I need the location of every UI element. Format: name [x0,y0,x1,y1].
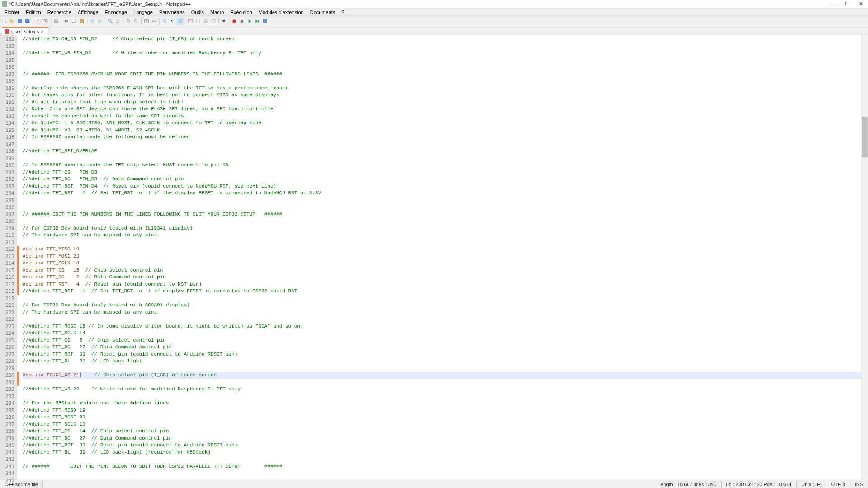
minimize-button[interactable]: — [831,1,836,7]
svg-rect-19 [212,19,215,23]
scrollbar-thumb[interactable] [862,117,868,157]
new-file-icon[interactable] [1,18,8,25]
menu-fichier[interactable]: Fichier [2,9,22,15]
find-icon[interactable]: 🔍 [107,18,114,25]
svg-rect-18 [197,19,199,23]
maximize-button[interactable]: ☐ [844,1,850,7]
redo-icon[interactable] [96,18,104,25]
menu-macro[interactable]: Macro [208,9,227,15]
menu-outils[interactable]: Outils [189,9,207,15]
sync-v-icon[interactable] [143,18,150,25]
svg-rect-9 [72,19,75,22]
svg-rect-10 [80,19,84,23]
save-macro-icon[interactable] [261,18,269,25]
vertical-scrollbar[interactable] [861,35,868,480]
status-encoding: UTF-8 [826,480,850,488]
editor[interactable]: 1821831841851861871881891901911921931941… [0,35,868,480]
svg-rect-17 [189,19,193,23]
svg-rect-1 [18,19,22,23]
undo-icon[interactable] [89,18,96,25]
close-all-icon[interactable] [42,18,49,25]
menu-bar: FichierEditionRechercheAffichageEncodage… [0,8,868,16]
svg-rect-21 [241,20,243,23]
svg-point-20 [232,19,236,23]
svg-rect-13 [145,19,146,23]
tab-close-icon[interactable]: ✕ [41,29,45,34]
play-macro-icon[interactable] [246,18,253,25]
line-number-gutter: 1821831841851861871881891901911921931941… [0,35,17,480]
tab-label: User_Setup.h [11,29,39,34]
title-bar: *C:\Users\User\Documents\Arduino\librari… [0,0,868,8]
wordwrap-icon[interactable] [161,18,168,25]
paste-icon[interactable] [78,18,85,25]
menu-exécution[interactable]: Exécution [227,9,255,15]
menu-paramètres[interactable]: Paramètres [156,9,188,15]
save-icon[interactable] [16,18,24,25]
status-eol: Unix (LF) [797,480,826,488]
play-multi-icon[interactable] [254,18,261,25]
record-macro-icon[interactable] [231,18,238,25]
close-button[interactable]: ✕ [858,1,863,7]
status-ins: INS [850,480,868,488]
zoom-in-icon[interactable] [125,18,132,25]
svg-rect-14 [147,19,149,23]
doc-list-icon[interactable] [210,18,217,25]
menu-?[interactable]: ? [339,9,347,15]
svg-rect-7 [55,19,57,21]
menu-affichage[interactable]: Affichage [75,9,101,15]
menu-modules d'extension[interactable]: Modules d'extension [256,9,307,15]
svg-rect-22 [263,19,267,23]
stop-macro-icon[interactable] [238,18,245,25]
svg-rect-3 [25,19,29,22]
app-icon [2,1,7,7]
svg-rect-16 [152,21,156,23]
menu-langage[interactable]: Langage [131,9,156,15]
monitoring-icon[interactable]: 👁 [220,18,227,25]
open-file-icon[interactable] [9,18,16,25]
close-file-icon[interactable] [34,18,42,25]
show-all-chars-icon[interactable]: ¶ [169,18,176,25]
tab-bar: User_Setup.h ✕ [0,26,868,35]
copy-icon[interactable] [71,18,78,25]
status-length: length : 18 607 lines : 390 [655,480,722,488]
window-title: *C:\Users\User\Documents\Arduino\librari… [9,1,191,7]
function-list-icon[interactable] [202,18,209,25]
menu-encodage[interactable]: Encodage [102,9,130,15]
toolbar: ✂ 🔍 ¶ 👁 [0,16,868,26]
code-text-area[interactable]: //#define TOUCH_CS PIN_D2 // Chip select… [21,35,868,480]
file-modified-icon [5,29,9,34]
menu-recherche[interactable]: Recherche [45,9,74,15]
change-marker-column [17,35,21,480]
status-bar: C++ source file length : 18 607 lines : … [0,480,868,488]
menu-edition[interactable]: Edition [23,9,44,15]
tab-user-setup[interactable]: User_Setup.h ✕ [2,27,48,35]
cut-icon[interactable]: ✂ [63,18,70,25]
doc-map-icon[interactable] [194,18,202,25]
print-icon[interactable] [52,18,60,25]
folder-as-workspace-icon[interactable] [187,18,194,25]
svg-rect-0 [3,19,6,23]
svg-rect-15 [152,19,156,21]
menu-documents[interactable]: Documents [307,9,338,15]
zoom-out-icon[interactable] [132,18,140,25]
sync-h-icon[interactable] [151,18,158,25]
save-all-icon[interactable] [24,18,31,25]
replace-icon[interactable] [114,18,122,25]
status-position: Ln : 230 Col : 20 Pos : 10 611 [722,480,797,488]
indent-guide-icon[interactable] [176,18,184,25]
